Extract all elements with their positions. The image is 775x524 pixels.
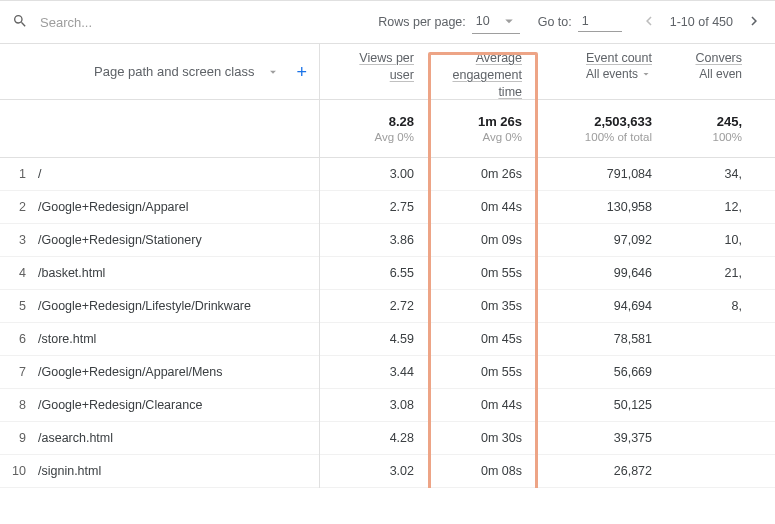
cell-views-per-user: 3.00 (320, 167, 428, 181)
dimension-summary-row (0, 100, 319, 158)
cell-avg-engagement: 0m 26s (428, 167, 536, 181)
table-row[interactable]: 1/ (0, 158, 319, 191)
row-path: /store.html (38, 332, 307, 346)
row-rank: 1 (12, 167, 38, 181)
table-row[interactable]: 8/Google+Redesign/Clearance (0, 389, 319, 422)
cell-event-count: 50,125 (536, 398, 666, 412)
page-next-button[interactable] (745, 12, 763, 33)
cell-views-per-user: 6.55 (320, 266, 428, 280)
cell-avg-engagement: 0m 45s (428, 332, 536, 346)
col-header-conversions[interactable]: Convers All even (666, 44, 756, 99)
table-row[interactable]: 4.280m 30s39,375 (320, 422, 775, 455)
cell-views-per-user: 3.08 (320, 398, 428, 412)
rows-per-page-value: 10 (476, 14, 490, 28)
event-count-filter[interactable]: All events (586, 67, 652, 81)
chevron-down-icon (266, 65, 280, 79)
cell-conversions: 10, (666, 233, 756, 247)
search-input[interactable] (38, 14, 158, 31)
cell-avg-engagement: 0m 55s (428, 266, 536, 280)
dimension-column: Page path and screen class + 1/2/Google+… (0, 44, 320, 488)
summary-event-count: 2,503,633 100% of total (536, 100, 666, 157)
table-row[interactable]: 3.000m 26s791,08434, (320, 158, 775, 191)
cell-avg-engagement: 0m 44s (428, 200, 536, 214)
row-path: /signin.html (38, 464, 307, 478)
chevron-down-icon (640, 68, 652, 80)
row-path: /Google+Redesign/Lifestyle/Drinkware (38, 299, 307, 313)
cell-conversions: 34, (666, 167, 756, 181)
rows-per-page-select[interactable]: 10 (472, 10, 520, 34)
table-toolbar: Rows per page: 10 Go to: 1-10 of 450 (0, 0, 775, 44)
row-rank: 8 (12, 398, 38, 412)
row-rank: 7 (12, 365, 38, 379)
col-header-event-count[interactable]: Event count All events (536, 44, 666, 99)
summary-avg-engagement: 1m 26s Avg 0% (428, 100, 536, 157)
cell-views-per-user: 4.28 (320, 431, 428, 445)
metrics-area: Views per user Average engagement time E… (320, 44, 775, 488)
summary-conversions: 245, 100% (666, 100, 756, 157)
row-rank: 3 (12, 233, 38, 247)
cell-event-count: 39,375 (536, 431, 666, 445)
table-row[interactable]: 10/signin.html (0, 455, 319, 488)
search-wrap (12, 13, 158, 32)
row-rank: 4 (12, 266, 38, 280)
row-rank: 2 (12, 200, 38, 214)
cell-event-count: 97,092 (536, 233, 666, 247)
summary-views-per-user: 8.28 Avg 0% (320, 100, 428, 157)
table-row[interactable]: 2/Google+Redesign/Apparel (0, 191, 319, 224)
col-header-views-per-user[interactable]: Views per user (320, 44, 428, 99)
conversions-filter[interactable]: All even (699, 67, 742, 81)
table-row[interactable]: 6/store.html (0, 323, 319, 356)
table-row[interactable]: 3.080m 44s50,125 (320, 389, 775, 422)
cell-views-per-user: 3.44 (320, 365, 428, 379)
page-range-label: 1-10 of 450 (670, 15, 733, 29)
table-row[interactable]: 4/basket.html (0, 257, 319, 290)
table-row[interactable]: 3/Google+Redesign/Stationery (0, 224, 319, 257)
row-path: /basket.html (38, 266, 307, 280)
page-prev-button[interactable] (640, 12, 658, 33)
data-table: Page path and screen class + 1/2/Google+… (0, 44, 775, 488)
metrics-header-row: Views per user Average engagement time E… (320, 44, 775, 100)
search-icon (12, 13, 28, 32)
table-row[interactable]: 3.440m 55s56,669 (320, 356, 775, 389)
cell-views-per-user: 3.02 (320, 464, 428, 478)
table-row[interactable]: 5/Google+Redesign/Lifestyle/Drinkware (0, 290, 319, 323)
cell-event-count: 99,646 (536, 266, 666, 280)
row-path: /asearch.html (38, 431, 307, 445)
cell-event-count: 26,872 (536, 464, 666, 478)
table-row[interactable]: 6.550m 55s99,64621, (320, 257, 775, 290)
dimension-label: Page path and screen class (94, 64, 254, 79)
cell-conversions: 8, (666, 299, 756, 313)
row-path: /Google+Redesign/Clearance (38, 398, 307, 412)
row-path: /Google+Redesign/Apparel/Mens (38, 365, 307, 379)
table-row[interactable]: 2.720m 35s94,6948, (320, 290, 775, 323)
table-row[interactable]: 9/asearch.html (0, 422, 319, 455)
cell-conversions: 12, (666, 200, 756, 214)
cell-event-count: 56,669 (536, 365, 666, 379)
table-row[interactable]: 2.750m 44s130,95812, (320, 191, 775, 224)
row-rank: 9 (12, 431, 38, 445)
add-dimension-button[interactable]: + (288, 63, 307, 81)
cell-avg-engagement: 0m 30s (428, 431, 536, 445)
cell-conversions: 21, (666, 266, 756, 280)
table-row[interactable]: 7/Google+Redesign/Apparel/Mens (0, 356, 319, 389)
row-path: /Google+Redesign/Apparel (38, 200, 307, 214)
cell-avg-engagement: 0m 44s (428, 398, 536, 412)
table-row[interactable]: 3.860m 09s97,09210, (320, 224, 775, 257)
goto-input[interactable] (578, 12, 622, 32)
table-row[interactable]: 3.020m 08s26,872 (320, 455, 775, 488)
cell-views-per-user: 4.59 (320, 332, 428, 346)
goto-page: Go to: (538, 12, 622, 32)
cell-views-per-user: 2.75 (320, 200, 428, 214)
col-header-avg-engagement[interactable]: Average engagement time (428, 44, 536, 99)
cell-avg-engagement: 0m 09s (428, 233, 536, 247)
dimension-header[interactable]: Page path and screen class + (0, 44, 319, 100)
cell-views-per-user: 2.72 (320, 299, 428, 313)
table-row[interactable]: 4.590m 45s78,581 (320, 323, 775, 356)
cell-avg-engagement: 0m 08s (428, 464, 536, 478)
cell-event-count: 791,084 (536, 167, 666, 181)
chevron-down-icon (500, 12, 518, 30)
metrics-summary-row: 8.28 Avg 0% 1m 26s Avg 0% 2,503,633 100%… (320, 100, 775, 158)
cell-event-count: 78,581 (536, 332, 666, 346)
cell-avg-engagement: 0m 55s (428, 365, 536, 379)
rows-per-page-label: Rows per page: (378, 15, 466, 29)
